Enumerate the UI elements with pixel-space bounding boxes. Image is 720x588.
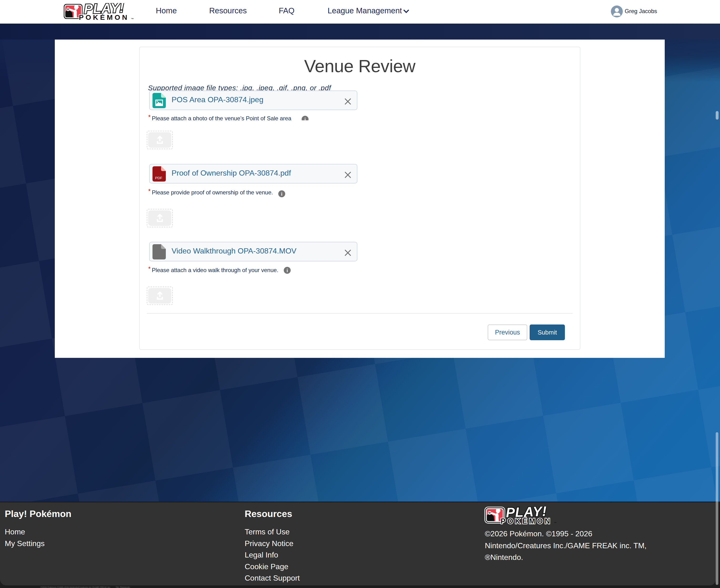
svg-text:PDF: PDF (155, 176, 162, 180)
